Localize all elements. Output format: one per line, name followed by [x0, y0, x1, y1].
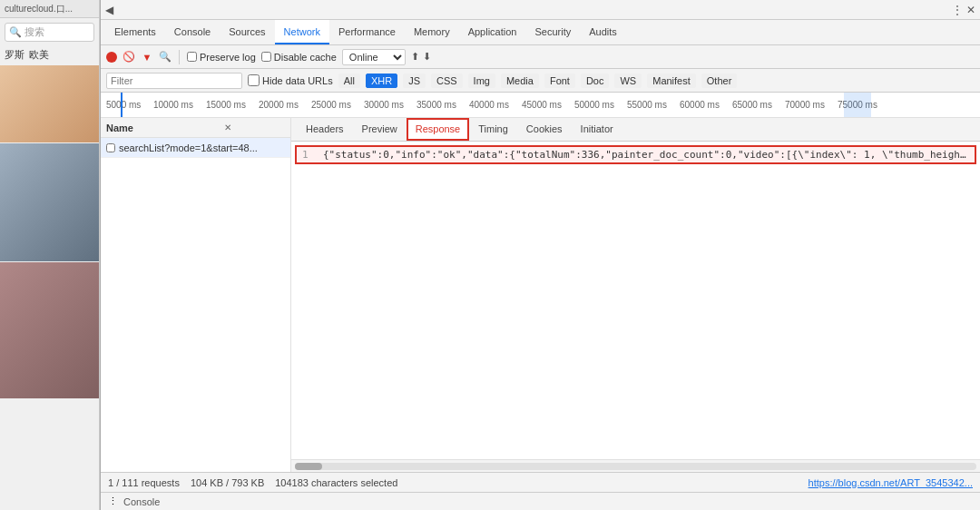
user1: 罗斯 — [5, 48, 24, 62]
size-info: 104 KB / 793 KB — [191, 477, 264, 488]
line-number: 1 — [302, 149, 316, 161]
filter-font[interactable]: Font — [544, 74, 575, 88]
search-icon: 🔍 — [9, 26, 22, 38]
response-text: {"status":0,"info":"ok","data":{"totalNu… — [323, 149, 969, 161]
console-expand-icon[interactable]: ⋮ — [108, 495, 118, 507]
tab-cookies[interactable]: Cookies — [517, 118, 572, 141]
tab-initiator[interactable]: Initiator — [572, 118, 622, 141]
separator-1 — [179, 50, 180, 64]
response-content: 1 {"status":0,"info":"ok","data":{"total… — [291, 142, 980, 459]
image-2 — [0, 143, 100, 261]
nav-back-icon[interactable]: ◀ — [105, 4, 113, 16]
filter-img[interactable]: Img — [468, 74, 495, 88]
tab-preview[interactable]: Preview — [353, 118, 407, 141]
search-box[interactable]: 🔍 搜索 — [5, 23, 94, 42]
status-left: 1 / 111 requests 104 KB / 793 KB 104183 … — [108, 477, 397, 488]
tab-network[interactable]: Network — [275, 20, 329, 44]
filter-doc[interactable]: Doc — [581, 74, 610, 88]
timeline-label-6: 35000 ms — [416, 100, 469, 110]
hide-data-input[interactable] — [248, 74, 260, 86]
tab-headers[interactable]: Headers — [297, 118, 353, 141]
main-content: Name ✕ searchList?mode=1&start=48... Hea… — [101, 118, 980, 472]
timeline-label-13: 70000 ms — [785, 100, 838, 110]
timeline-label-0: 5000 ms — [106, 100, 153, 110]
file-list-header: Name ✕ — [101, 118, 290, 138]
console-bar: ⋮ Console — [101, 492, 980, 510]
tab-elements[interactable]: Elements — [105, 20, 165, 44]
filter-media[interactable]: Media — [501, 74, 539, 88]
file-list-name-header: Name — [106, 123, 133, 133]
filter-ws[interactable]: WS — [614, 74, 642, 88]
file-name: searchList?mode=1&start=48... — [119, 142, 258, 153]
timeline-label-9: 50000 ms — [574, 100, 627, 110]
selected-chars: 104183 characters selected — [275, 477, 397, 488]
upload-icon[interactable]: ⬆ — [411, 51, 419, 63]
search-icon[interactable]: 🔍 — [159, 51, 172, 64]
tab-response[interactable]: Response — [407, 118, 470, 141]
user2: 欧美 — [29, 48, 49, 62]
network-toolbar: 🚫 ▼ 🔍 Preserve log Disable cache Online … — [101, 45, 980, 69]
scrollbar-track[interactable] — [295, 463, 976, 470]
filter-input[interactable] — [106, 73, 242, 89]
timeline-label-4: 25000 ms — [311, 100, 364, 110]
filter-other[interactable]: Other — [701, 74, 738, 88]
record-button[interactable] — [106, 52, 117, 63]
topbar-right: ⋮ ✕ — [952, 4, 975, 16]
tab-console[interactable]: Console — [165, 20, 220, 44]
right-panel: Headers Preview Response Timing Cookies … — [291, 118, 980, 472]
tab-bar: culturecloud.口... — [0, 0, 99, 18]
disable-cache-input[interactable] — [261, 52, 271, 62]
tab-security[interactable]: Security — [525, 20, 580, 44]
download-icon[interactable]: ⬇ — [423, 51, 431, 63]
tab-timing[interactable]: Timing — [469, 118, 517, 141]
throttle-select[interactable]: Online Fast 3G Slow 3G Offline — [342, 49, 406, 65]
preserve-log-checkbox[interactable]: Preserve log — [187, 52, 256, 63]
console-label[interactable]: Console — [123, 496, 160, 507]
filter-xhr[interactable]: XHR — [366, 74, 397, 88]
disable-cache-label: Disable cache — [274, 52, 337, 63]
timeline-label-3: 20000 ms — [259, 100, 311, 110]
filter-all[interactable]: All — [338, 74, 360, 88]
tab-audits[interactable]: Audits — [580, 20, 626, 44]
file-row-checkbox[interactable] — [106, 143, 115, 152]
timeline-label-2: 15000 ms — [206, 100, 259, 110]
tab-title: culturecloud.口... — [5, 3, 73, 15]
close-col-icon[interactable]: ✕ — [224, 123, 231, 132]
tab-sources[interactable]: Sources — [220, 20, 274, 44]
table-row[interactable]: searchList?mode=1&start=48... — [101, 138, 290, 158]
filter-css[interactable]: CSS — [431, 74, 463, 88]
devtools-panel: ◀ ⋮ ✕ Elements Console Sources Network P… — [100, 0, 980, 510]
tab-application[interactable]: Application — [459, 20, 526, 44]
status-link[interactable]: https://blog.csdn.net/ART_3545342... — [808, 477, 973, 488]
search-placeholder: 搜索 — [24, 25, 44, 39]
filter-js[interactable]: JS — [403, 74, 426, 88]
filter-icon[interactable]: ▼ — [141, 51, 153, 64]
file-list-body[interactable]: searchList?mode=1&start=48... — [101, 138, 290, 472]
clear-button[interactable]: 🚫 — [122, 51, 135, 64]
close-icon[interactable]: ✕ — [966, 4, 975, 16]
tab-memory[interactable]: Memory — [405, 20, 459, 44]
disable-cache-checkbox[interactable]: Disable cache — [261, 52, 337, 63]
devtools-topbar: ◀ ⋮ ✕ — [101, 0, 980, 20]
status-bar: 1 / 111 requests 104 KB / 793 KB 104183 … — [101, 472, 980, 492]
response-scrollbar[interactable] — [291, 459, 980, 472]
image-3 — [0, 262, 100, 398]
timeline-label-8: 45000 ms — [522, 100, 574, 110]
hide-data-checkbox[interactable]: Hide data URLs — [248, 74, 333, 86]
timeline-label-11: 60000 ms — [680, 100, 732, 110]
filter-manifest[interactable]: Manifest — [647, 74, 696, 88]
detail-tabs: Headers Preview Response Timing Cookies … — [291, 118, 980, 142]
scrollbar-thumb[interactable] — [295, 463, 322, 470]
preserve-log-input[interactable] — [187, 52, 197, 62]
requests-count: 1 / 111 requests — [108, 477, 180, 488]
image-1 — [0, 65, 100, 142]
filter-bar: Hide data URLs All XHR JS CSS Img Media … — [101, 69, 980, 93]
more-icon[interactable]: ⋮ — [952, 4, 963, 16]
response-empty-area — [291, 168, 980, 459]
timeline-label-7: 40000 ms — [469, 100, 522, 110]
timeline-label-5: 30000 ms — [364, 100, 416, 110]
tab-performance[interactable]: Performance — [329, 20, 405, 44]
devtools-tabs: Elements Console Sources Network Perform… — [101, 20, 980, 45]
preserve-log-label: Preserve log — [200, 52, 256, 63]
response-line[interactable]: 1 {"status":0,"info":"ok","data":{"total… — [295, 145, 976, 164]
